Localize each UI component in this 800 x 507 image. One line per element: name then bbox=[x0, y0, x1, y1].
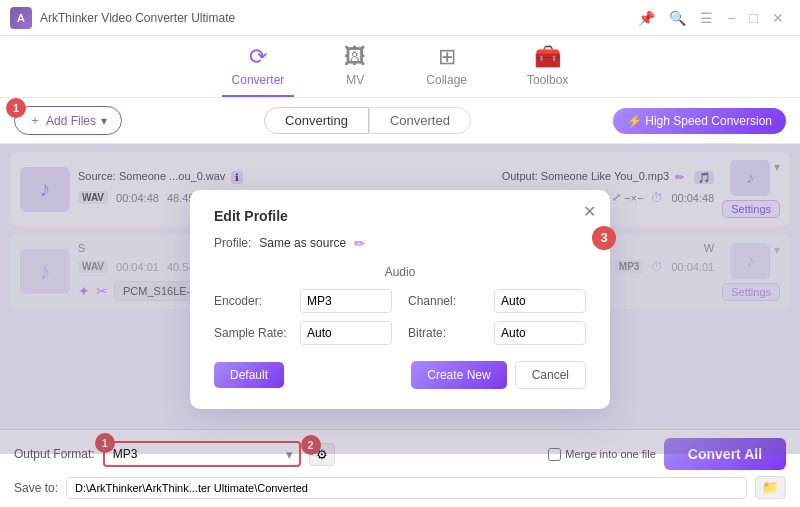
convert-tabs: Converting Converted bbox=[132, 107, 603, 134]
modal-title: Edit Profile bbox=[214, 208, 586, 224]
profile-edit-icon[interactable]: ✏ bbox=[354, 236, 365, 251]
encoder-row: Encoder: MP3 bbox=[214, 289, 392, 313]
tab-converter-label: Converter bbox=[232, 73, 285, 87]
cancel-button[interactable]: Cancel bbox=[515, 361, 586, 389]
menu-icon[interactable]: ☰ bbox=[694, 10, 719, 26]
titlebar: A ArkThinker Video Converter Ultimate 📌 … bbox=[0, 0, 800, 36]
folder-button[interactable]: 📁 bbox=[755, 476, 786, 499]
save-to-row: Save to: D:\ArkThinker\ArkThink...ter Ul… bbox=[14, 476, 786, 499]
tab-mv-label: MV bbox=[346, 73, 364, 87]
bitrate-select[interactable]: Auto bbox=[494, 321, 586, 345]
channel-select-modal[interactable]: Auto bbox=[494, 289, 586, 313]
channel-label: Channel: bbox=[408, 294, 488, 308]
nav-tabs: ⟳ Converter 🖼 MV ⊞ Collage 🧰 Toolbox bbox=[0, 36, 800, 98]
create-new-button[interactable]: Create New bbox=[411, 361, 506, 389]
main-content: ♪ Source: Someone ...ou_0.wav ℹ Output: … bbox=[0, 144, 800, 454]
save-path-select[interactable]: D:\ArkThinker\ArkThink...ter Ultimate\Co… bbox=[66, 477, 747, 499]
audio-section-title: Audio bbox=[214, 265, 586, 279]
dropdown-arrow-icon: ▾ bbox=[101, 114, 107, 128]
minimize-button[interactable]: − bbox=[721, 10, 741, 26]
search-icon[interactable]: 🔍 bbox=[663, 10, 692, 26]
mv-icon: 🖼 bbox=[344, 44, 366, 70]
sample-rate-row: Sample Rate: Auto bbox=[214, 321, 392, 345]
app-title: ArkThinker Video Converter Ultimate bbox=[40, 11, 632, 25]
step3-badge: 3 bbox=[592, 226, 616, 250]
step1-badge: 1 bbox=[6, 98, 26, 118]
encoder-select[interactable]: MP3 bbox=[300, 289, 392, 313]
toolbox-icon: 🧰 bbox=[534, 44, 561, 70]
maximize-button[interactable]: □ bbox=[744, 10, 764, 26]
channel-row: Channel: Auto bbox=[408, 289, 586, 313]
tab-collage[interactable]: ⊞ Collage bbox=[416, 44, 477, 97]
add-files-label: Add Files bbox=[46, 114, 96, 128]
tab-collage-label: Collage bbox=[426, 73, 467, 87]
converting-tab[interactable]: Converting bbox=[264, 107, 369, 134]
profile-value: Same as source bbox=[259, 236, 346, 250]
bitrate-row: Bitrate: Auto bbox=[408, 321, 586, 345]
pin-icon[interactable]: 📌 bbox=[632, 10, 661, 26]
sample-rate-select[interactable]: Auto bbox=[300, 321, 392, 345]
close-button[interactable]: ✕ bbox=[766, 10, 790, 26]
modal-close-button[interactable]: ✕ bbox=[583, 202, 596, 221]
app-logo: A bbox=[10, 7, 32, 29]
modal-overlay: Edit Profile ✕ Profile: Same as source ✏… bbox=[0, 144, 800, 454]
high-speed-button[interactable]: ⚡ High Speed Conversion bbox=[613, 108, 786, 134]
save-to-label: Save to: bbox=[14, 481, 58, 495]
tab-converter[interactable]: ⟳ Converter bbox=[222, 44, 295, 97]
action-right: Create New Cancel bbox=[411, 361, 586, 389]
edit-profile-modal: Edit Profile ✕ Profile: Same as source ✏… bbox=[190, 190, 610, 409]
converted-tab[interactable]: Converted bbox=[369, 107, 471, 134]
add-files-button[interactable]: ＋ Add Files ▾ bbox=[14, 106, 122, 135]
sample-rate-label: Sample Rate: bbox=[214, 326, 294, 340]
tab-toolbox-label: Toolbox bbox=[527, 73, 568, 87]
modal-actions: Default Create New Cancel bbox=[214, 361, 586, 389]
profile-label: Profile: bbox=[214, 236, 251, 250]
tab-mv[interactable]: 🖼 MV bbox=[334, 44, 376, 97]
collage-icon: ⊞ bbox=[438, 44, 456, 70]
default-button[interactable]: Default bbox=[214, 362, 284, 388]
encoder-label: Encoder: bbox=[214, 294, 294, 308]
converter-icon: ⟳ bbox=[249, 44, 267, 70]
toolbar: 1 ＋ Add Files ▾ Converting Converted ⚡ H… bbox=[0, 98, 800, 144]
audio-form-grid: Encoder: MP3 Channel: Auto Sample Rate: … bbox=[214, 289, 586, 345]
tab-toolbox[interactable]: 🧰 Toolbox bbox=[517, 44, 578, 97]
bitrate-label: Bitrate: bbox=[408, 326, 488, 340]
add-icon: ＋ bbox=[29, 112, 41, 129]
